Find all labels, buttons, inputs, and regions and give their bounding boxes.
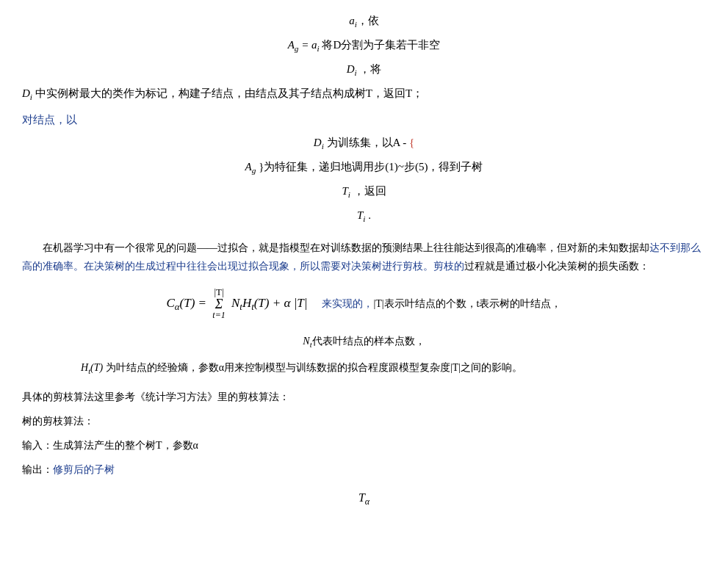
output-line: 输出：修剪后的子树 xyxy=(22,460,706,479)
line-6: Di 为训练集，以A - { xyxy=(22,134,706,153)
line-2: Ag = ai 将D分割为子集若干非空 xyxy=(22,36,706,56)
ht-math: Ht(T) xyxy=(81,362,103,373)
text-jiang: ，将 xyxy=(359,63,381,75)
line-4: Di 中实例树最大的类作为标记，构建子结点，由结点及其子结点构成树T，返回T； xyxy=(22,84,706,104)
line-3: Di ，将 xyxy=(22,60,706,80)
body-text-3: 树的剪枝算法： xyxy=(22,416,94,427)
body-text-2: 具体的剪枝算法这里参考《统计学习方法》里的剪枝算法： xyxy=(22,391,289,402)
body-text-1-cont: 过程就是通过极小化决策树的损失函数： xyxy=(464,261,649,272)
body-text-1: 在机器学习中有一个很常见的问题——过拟合，就是指模型在对训练数据的预测结果上往往… xyxy=(43,242,649,253)
line-8: Ti ，返回 xyxy=(22,182,706,202)
body-paragraph-3: 树的剪枝算法： xyxy=(22,412,706,430)
t-alpha-line: Tα xyxy=(22,488,706,510)
formula-alpha-sub: α xyxy=(175,302,180,312)
line-5: 对结点，以 xyxy=(22,111,706,130)
after-formula-blue: 来实现的， xyxy=(322,298,373,309)
formula-block: Cα(T) = |T| Σ t=1 NtHt(T) + α |T| 来实现的，|… xyxy=(22,287,706,320)
text-train: 为训练集，以A - xyxy=(327,137,410,148)
brace-close: }为特征集，递归地调用步(1)~步(5)，得到子树 xyxy=(259,161,483,173)
formula-nt-ht: NtHt(T) + α |T| xyxy=(231,296,307,310)
period: . xyxy=(368,209,371,221)
math-di-2: Di xyxy=(22,87,32,99)
formula-ca-text: C xyxy=(167,296,175,310)
equals: = ai xyxy=(301,39,320,51)
math-ag2: Ag xyxy=(245,161,256,173)
body-paragraph-1: 在机器学习中有一个很常见的问题——过拟合，就是指模型在对训练数据的预测结果上往往… xyxy=(22,239,706,275)
math-ti-2: Ti xyxy=(357,209,365,221)
math-ag: Ag xyxy=(288,39,299,51)
t-alpha-math: Tα xyxy=(358,491,370,504)
formula-after-text: 来实现的，|T|表示叶结点的个数，t表示树的叶结点， xyxy=(322,295,561,313)
brace-open: { xyxy=(409,137,414,148)
text-node: 对结点，以 xyxy=(22,114,77,126)
output-label: 输出： xyxy=(22,464,53,475)
ht-text: 为叶结点的经验熵，参数α用来控制模型与训练数据的拟合程度跟模型复杂度|T|之间的… xyxy=(106,362,523,373)
input-line: 输入：生成算法产生的整个树T，参数α xyxy=(22,436,706,455)
text-construct: 中实例树最大的类作为标记，构建子结点，由结点及其子结点构成树T，返回T； xyxy=(35,87,423,99)
nt-line: Nt代表叶结点的样本点数， xyxy=(22,332,706,352)
input-content: 生成算法产生的整个树T，参数α xyxy=(53,440,198,451)
math-di-1: Di xyxy=(347,63,357,75)
formula-ca: Cα(T) = |T| Σ t=1 NtHt(T) + α |T| xyxy=(167,287,308,320)
math-ti-1: Ti xyxy=(342,185,350,197)
math-di-3: Di xyxy=(314,137,324,148)
ht-line: Ht(T) 为叶结点的经验熵，参数α用来控制模型与训练数据的拟合程度跟模型复杂度… xyxy=(81,358,706,379)
line-9: Ti . xyxy=(22,206,706,226)
formula-t: (T) = xyxy=(180,296,210,310)
text-return: ，返回 xyxy=(353,185,386,197)
math-ai: ai xyxy=(349,15,357,26)
line-1: ai，依 xyxy=(22,12,706,32)
body-paragraph-2: 具体的剪枝算法这里参考《统计学习方法》里的剪枝算法： xyxy=(22,388,706,406)
text-split: 将D分割为子集若干非空 xyxy=(322,39,440,51)
comma-yi: ，依 xyxy=(357,15,379,26)
nt-text: 代表叶结点的样本点数， xyxy=(312,336,425,347)
output-content: 修剪后的子树 xyxy=(53,464,115,475)
input-label: 输入： xyxy=(22,440,53,451)
nt-math: Nt xyxy=(303,336,311,347)
after-formula-1: |T|表示叶结点的个数，t表示树的叶结点， xyxy=(373,298,561,309)
line-7: Ag }为特征集，递归地调用步(1)~步(5)，得到子树 xyxy=(22,158,706,178)
